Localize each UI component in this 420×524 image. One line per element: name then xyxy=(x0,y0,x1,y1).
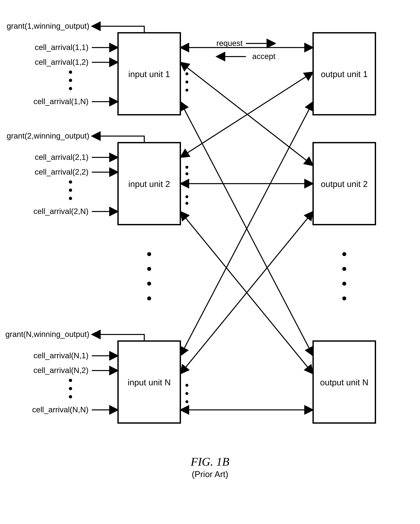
figure-canvas: input unit 1 grant(1,winning_output) cel… xyxy=(0,0,420,524)
svg-point-7 xyxy=(147,267,151,271)
output-unit-1-group: output unit 1 xyxy=(313,33,376,115)
svg-point-25 xyxy=(185,392,188,395)
cell-arrival-N-2-label: cell_arrival(N,2) xyxy=(34,366,88,375)
cell-arrival-2-N-label: cell_arrival(2,N) xyxy=(34,207,88,216)
svg-point-21 xyxy=(185,172,188,175)
svg-point-6 xyxy=(147,252,151,256)
svg-point-2 xyxy=(69,87,72,90)
legend: request accept xyxy=(216,39,275,61)
output-unit-N-group: output unit N xyxy=(313,341,376,423)
input-unit-N-group: input unit N grant(N,winning_output) cel… xyxy=(5,330,180,423)
grant-1-arrow xyxy=(92,26,144,33)
link-21 xyxy=(180,72,313,157)
svg-point-20 xyxy=(185,166,188,169)
cell-arrival-1-1-label: cell_arrival(1,1) xyxy=(35,43,88,52)
input-unit-1-group: input unit 1 grant(1,winning_output) cel… xyxy=(7,22,180,115)
svg-point-5 xyxy=(69,197,72,200)
cell-arrival-N-1-label: cell_arrival(N,1) xyxy=(34,351,88,360)
cell-arrival-1-2-label: cell_arrival(1,2) xyxy=(35,58,88,66)
svg-point-19 xyxy=(185,89,188,92)
input-unit-2-label: input unit 2 xyxy=(128,179,170,189)
svg-point-13 xyxy=(342,252,346,256)
svg-point-15 xyxy=(342,282,346,286)
cell-arrival-1-N-label: cell_arrival(1,N) xyxy=(34,97,88,106)
svg-point-4 xyxy=(69,189,72,192)
svg-point-3 xyxy=(69,180,72,184)
svg-point-9 xyxy=(147,297,151,300)
svg-point-22 xyxy=(185,195,188,198)
svg-point-10 xyxy=(69,379,72,382)
center-dots-right xyxy=(342,252,346,300)
svg-point-0 xyxy=(69,70,72,74)
grant-2-label: grant(2,winning_output) xyxy=(7,131,89,140)
svg-point-18 xyxy=(185,80,188,83)
grant-1-label: grant(1,winning_output) xyxy=(7,22,89,30)
svg-point-12 xyxy=(69,395,72,398)
grant-2-arrow xyxy=(92,136,144,143)
svg-point-8 xyxy=(147,282,151,286)
grant-N-arrow xyxy=(92,334,144,341)
input-unit-2-group: input unit 2 grant(2,winning_output) cel… xyxy=(7,131,180,225)
svg-point-16 xyxy=(342,297,346,300)
svg-point-11 xyxy=(69,387,72,390)
svg-point-14 xyxy=(342,267,346,271)
svg-point-26 xyxy=(185,400,188,403)
cell-arrival-2-1-label: cell_arrival(2,1) xyxy=(35,153,88,161)
output-unit-2-label: output unit 2 xyxy=(321,179,368,189)
svg-point-1 xyxy=(69,79,72,82)
svg-point-24 xyxy=(185,384,188,387)
svg-point-17 xyxy=(185,72,188,75)
grant-N-label: grant(N,winning_output) xyxy=(5,330,89,339)
output-unit-1-label: output unit 1 xyxy=(321,69,368,79)
output-unit-N-label: output unit N xyxy=(320,378,368,387)
cell-arrival-N-N-label: cell_arrival(N,N) xyxy=(32,405,88,414)
figure-title: FIG. 1B xyxy=(191,455,229,468)
cell-arrival-2-2-label: cell_arrival(2,2) xyxy=(35,167,88,176)
input-unit-1-label: input unit 1 xyxy=(128,69,170,79)
legend-request-label: request xyxy=(216,39,243,48)
link-12 xyxy=(180,62,313,166)
legend-accept-label: accept xyxy=(252,52,275,61)
figure-subtitle: (Prior Art) xyxy=(192,469,228,479)
center-dots-left xyxy=(147,252,151,300)
svg-point-23 xyxy=(185,202,188,205)
input-unit-N-label: input unit N xyxy=(128,378,171,387)
output-unit-2-group: output unit 2 xyxy=(313,143,376,225)
